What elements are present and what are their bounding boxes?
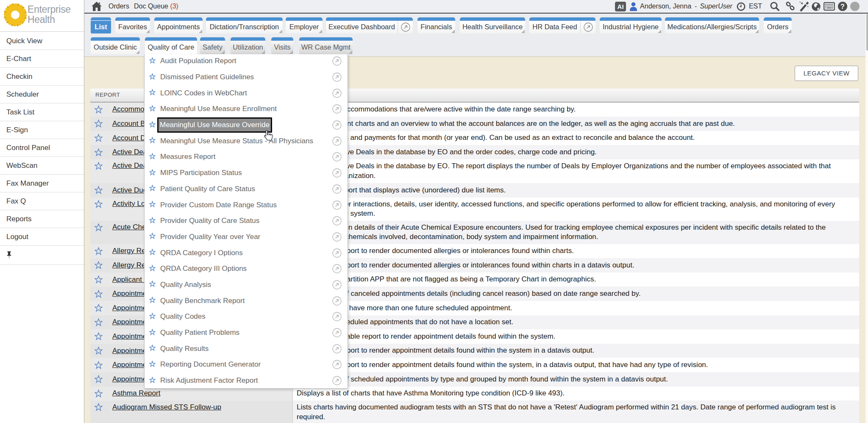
svg-text:?: ? xyxy=(840,3,845,10)
